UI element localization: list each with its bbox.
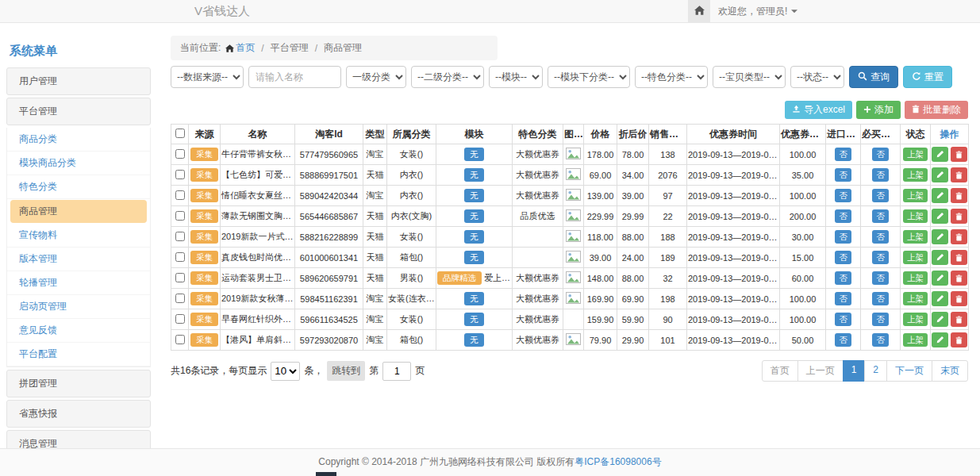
import-select-toggle[interactable]: 否 [835,251,851,263]
edit-button[interactable] [932,250,948,265]
status-toggle[interactable]: 上架 [903,333,928,346]
sidebar-item-版本管理[interactable]: 版本管理 [7,248,150,271]
import-select-toggle[interactable]: 否 [835,148,851,160]
must-buy-toggle[interactable]: 否 [872,230,889,243]
filter-select-状态[interactable]: --状态-- [790,66,844,88]
delete-button[interactable] [951,209,967,224]
import-select-toggle[interactable]: 否 [835,271,851,284]
must-buy-toggle[interactable]: 否 [872,333,889,346]
row-checkbox[interactable] [175,294,185,303]
row-checkbox[interactable] [175,232,185,241]
reset-button[interactable]: 重置 [903,66,952,88]
edit-button[interactable] [932,291,948,306]
must-buy-toggle[interactable]: 否 [872,148,889,160]
must-buy-toggle[interactable]: 否 [872,313,889,325]
delete-button[interactable] [951,332,967,347]
sidebar-item-模块商品分类[interactable]: 模块商品分类 [7,152,150,175]
sidebar-item-平台配置[interactable]: 平台配置 [7,343,150,367]
sidebar-group-平台管理[interactable]: 平台管理 [6,98,151,125]
filter-select-模块[interactable]: --模块-- [489,66,543,88]
icp-link[interactable]: 粤ICP备16098006号 [575,456,661,467]
delete-button[interactable] [951,188,967,203]
select-all-checkbox[interactable] [175,129,185,138]
edit-button[interactable] [932,147,948,162]
edit-button[interactable] [932,209,948,224]
sidebar-group-用户管理[interactable]: 用户管理 [6,67,151,95]
add-button[interactable]: 添加 [856,101,901,119]
status-toggle[interactable]: 上架 [903,168,928,181]
page-button-上一页[interactable]: 上一页 [797,360,844,382]
page-button-1[interactable]: 1 [843,360,866,382]
filter-select-模块下分类[interactable]: --模块下分类-- [548,66,630,88]
status-toggle[interactable]: 上架 [903,230,928,243]
filter-select-二级分类[interactable]: --二级分类-- [411,66,484,88]
status-toggle[interactable]: 上架 [903,148,928,160]
delete-button[interactable] [951,147,967,162]
must-buy-toggle[interactable]: 否 [872,292,889,305]
page-button-下一页[interactable]: 下一页 [886,360,932,382]
edit-button[interactable] [932,332,948,347]
edit-button[interactable] [932,271,948,286]
status-toggle[interactable]: 上架 [903,189,928,202]
column-header-操作[interactable]: 操作 [931,125,969,144]
sidebar-item-意见反馈[interactable]: 意见反馈 [7,319,150,343]
import-select-toggle[interactable]: 否 [835,313,851,325]
row-checkbox[interactable] [175,170,185,179]
filter-select-宝贝类型[interactable]: --宝贝类型-- [713,66,786,88]
must-buy-toggle[interactable]: 否 [872,271,889,284]
page-button-首页[interactable]: 首页 [762,360,798,382]
name-search-input[interactable] [248,66,341,88]
delete-button[interactable] [951,167,967,182]
breadcrumb-home-link[interactable]: 首页 [236,41,255,55]
page-button-末页[interactable]: 末页 [932,360,968,382]
page-button-2[interactable]: 2 [864,360,887,382]
filter-select-特色分类[interactable]: --特色分类-- [635,66,708,88]
import-select-toggle[interactable]: 否 [835,292,851,305]
delete-button[interactable] [951,250,967,265]
must-buy-toggle[interactable]: 否 [872,189,889,202]
row-checkbox[interactable] [175,211,185,221]
status-toggle[interactable]: 上架 [903,271,928,284]
must-buy-toggle[interactable]: 否 [872,168,889,181]
row-checkbox[interactable] [175,190,185,200]
sidebar-item-商品分类[interactable]: 商品分类 [7,128,150,152]
sidebar-item-商品管理[interactable]: 商品管理 [10,200,147,223]
row-checkbox[interactable] [175,335,185,344]
jump-page-input[interactable] [382,362,411,381]
filter-select-数据来源[interactable]: --数据来源-- [171,66,244,88]
row-checkbox[interactable] [175,149,185,159]
delete-button[interactable] [951,291,967,306]
filter-select-一级分类[interactable]: 一级分类 [346,66,406,88]
user-menu[interactable]: 欢迎您，管理员! [718,0,797,22]
sidebar-item-轮播管理[interactable]: 轮播管理 [7,271,150,295]
row-checkbox[interactable] [175,314,185,324]
sidebar-item-宣传物料[interactable]: 宣传物料 [7,224,150,248]
row-checkbox[interactable] [175,273,185,282]
edit-button[interactable] [932,229,948,244]
sidebar-item-启动页管理[interactable]: 启动页管理 [7,295,150,319]
query-button[interactable]: 查询 [849,66,898,88]
status-toggle[interactable]: 上架 [903,292,928,305]
must-buy-toggle[interactable]: 否 [872,251,889,263]
sidebar-group-省惠快报[interactable]: 省惠快报 [6,400,151,428]
import-excel-button[interactable]: 导入excel [785,101,852,119]
status-toggle[interactable]: 上架 [903,313,928,325]
status-toggle[interactable]: 上架 [903,251,928,263]
jump-button[interactable]: 跳转到 [327,361,365,381]
import-select-toggle[interactable]: 否 [835,168,851,181]
edit-button[interactable] [932,167,948,182]
edit-button[interactable] [932,312,948,327]
sidebar-group-拼团管理[interactable]: 拼团管理 [6,370,151,397]
delete-button[interactable] [951,271,967,286]
per-page-select[interactable]: 10 [271,362,300,381]
import-select-toggle[interactable]: 否 [835,230,851,243]
delete-button[interactable] [951,229,967,244]
must-buy-toggle[interactable]: 否 [872,209,889,222]
home-nav-button[interactable] [688,0,710,22]
import-select-toggle[interactable]: 否 [835,209,851,222]
import-select-toggle[interactable]: 否 [835,333,851,346]
sidebar-item-特色分类[interactable]: 特色分类 [7,175,150,199]
import-select-toggle[interactable]: 否 [835,189,851,202]
edit-button[interactable] [932,188,948,203]
batch-delete-button[interactable]: 批量删除 [905,101,968,119]
